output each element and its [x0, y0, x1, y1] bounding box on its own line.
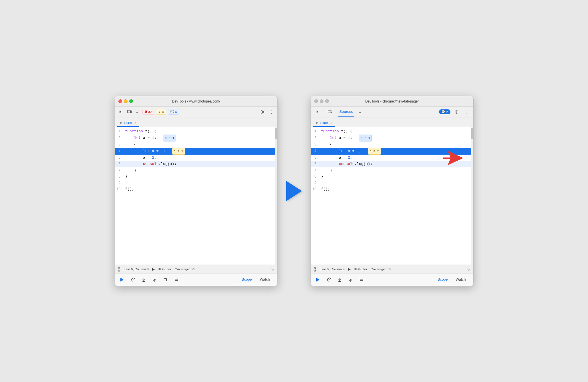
resume-icon[interactable] [118, 276, 126, 283]
right-tab-bar: ▶ inline ✕ [311, 117, 473, 127]
right-watch-tab[interactable]: Watch [452, 276, 470, 283]
warning-icon: ▲ [158, 110, 161, 114]
svg-marker-3 [121, 278, 124, 281]
step-into-icon[interactable] [140, 276, 148, 283]
maximize-button[interactable] [129, 99, 133, 103]
right-filter-icon[interactable]: ▽ [467, 267, 470, 271]
right-arrow-shape [286, 181, 302, 201]
right-scrollbar[interactable] [471, 127, 473, 265]
settings-icon[interactable] [259, 108, 267, 116]
right-toolbar-right: 💬 2 ⋮ [439, 108, 470, 116]
right-minimize-button[interactable] [320, 99, 323, 103]
right-scope-tab[interactable]: Scope [434, 276, 452, 283]
left-tab-close[interactable]: ✕ [134, 121, 136, 125]
right-step-into-icon[interactable] [336, 276, 343, 283]
left-debug-tabs: Scope Watch [238, 276, 274, 283]
info-count: 4 [175, 110, 177, 114]
right-step-out-icon[interactable] [347, 276, 354, 283]
right-more-options-icon[interactable]: ⋮ [462, 108, 470, 116]
right-code-line-7: 7 } [311, 167, 471, 174]
right-deactivate-icon[interactable] [358, 276, 365, 283]
right-line-col: Line 6, Column 9 [320, 267, 345, 271]
more-tabs-icon[interactable]: » [134, 109, 139, 115]
left-titlebar: DevTools - www.photopea.com/ [115, 96, 277, 107]
code-line-4: 4 let a = 3; a = 1 [115, 148, 275, 155]
cursor-icon[interactable] [117, 108, 125, 116]
left-code-editor: 1 function f() { 2 let a = 1; a = 1 3 { [115, 127, 275, 265]
right-debug-toolbar: Scope Watch [311, 273, 473, 286]
right-scrollbar-thumb[interactable] [471, 128, 473, 139]
warning-count: 4 [162, 110, 164, 114]
error-count: 37 [148, 110, 152, 114]
chat-icon: 💬 [441, 110, 445, 114]
badge-group: ✖ 37 ▲ 4 💬 4 [142, 109, 179, 115]
info-badge[interactable]: 💬 4 [168, 109, 179, 115]
run-separator: ▶ [152, 267, 155, 271]
left-line-col: Line 6, Column 9 [124, 267, 149, 271]
left-scope-tab[interactable]: Scope [238, 276, 256, 283]
left-window-title: DevTools - www.photopea.com/ [172, 99, 220, 103]
right-traffic-lights [314, 99, 329, 103]
right-coverage: Coverage: n/a [371, 267, 391, 271]
code-line-3: 3 { [115, 141, 275, 148]
deactivate-icon[interactable] [173, 276, 180, 283]
right-code-lines: 1 function f() { 2 let a = 1; a = 1 3 { [311, 127, 471, 194]
right-run-shortcut: ⌘+Enter [354, 267, 367, 271]
right-window-title: DevTools - chrome://new-tab-page/ [365, 99, 419, 103]
left-debug-toolbar: Scope Watch [115, 273, 277, 286]
left-watch-tab[interactable]: Watch [256, 276, 274, 283]
filter-icon[interactable]: ▽ [271, 267, 275, 271]
right-code-line-9: 9 [311, 180, 471, 186]
right-settings-icon[interactable] [453, 108, 460, 116]
transition-arrow [286, 181, 302, 201]
step-out-icon[interactable] [151, 276, 158, 283]
error-badge[interactable]: ✖ 37 [142, 109, 154, 115]
code-line-8: 8 } [115, 174, 275, 180]
right-code-line-2: 2 let a = 1; a = 1 [311, 135, 471, 141]
svg-marker-18 [317, 278, 319, 281]
warning-badge[interactable]: ▲ 4 [156, 109, 166, 115]
svg-rect-14 [328, 110, 331, 113]
left-run-shortcut: ⌘+Enter [158, 267, 171, 271]
right-code-line-10: 10 f(); [311, 186, 471, 192]
right-code-line-5: 5 a = 2; [311, 155, 471, 161]
left-scrollbar[interactable] [275, 127, 277, 265]
svg-rect-0 [128, 110, 130, 113]
right-inline-tab[interactable]: ▶ inline ✕ [313, 119, 335, 127]
error-icon: ✖ [145, 110, 147, 114]
more-options-icon[interactable]: ⋮ [268, 108, 275, 116]
right-maximize-button[interactable] [325, 99, 329, 103]
right-chat-badge[interactable]: 💬 2 [439, 109, 450, 114]
right-close-button[interactable] [314, 99, 318, 103]
right-code-line-6: 6 console.log(a); [311, 161, 471, 167]
right-cursor-icon[interactable] [314, 108, 322, 116]
device-icon[interactable] [126, 108, 133, 116]
right-tab-play-icon: ▶ [316, 121, 318, 125]
close-button[interactable] [118, 99, 122, 103]
right-resume-icon[interactable] [314, 276, 322, 283]
left-scrollbar-thumb[interactable] [275, 128, 277, 139]
right-editor-area: 1 function f() { 2 let a = 1; a = 1 3 { [311, 127, 473, 265]
code-line-1: 1 function f() { [115, 128, 275, 135]
right-format-icon[interactable]: {} [314, 267, 316, 271]
right-more-tabs[interactable]: » [359, 110, 361, 114]
right-code-line-1: 1 function f() { [311, 128, 471, 135]
step-over-icon[interactable] [129, 276, 137, 283]
right-titlebar: DevTools - chrome://new-tab-page/ [311, 96, 473, 107]
right-debug-tabs: Scope Watch [434, 276, 470, 283]
code-line-6: 6 console.log(a); [115, 161, 275, 167]
chat-count: 2 [446, 110, 448, 114]
left-status-bar: {} Line 6, Column 9 ▶ ⌘+Enter Coverage: … [115, 265, 277, 273]
format-icon[interactable]: {} [118, 267, 120, 271]
right-code-line-4: 4 let a = 3; a = 2 [311, 148, 471, 155]
left-inline-tab[interactable]: ▶ inline ✕ [117, 119, 139, 127]
right-step-over-icon[interactable] [325, 276, 333, 283]
step-icon[interactable] [162, 276, 169, 283]
right-tab-close[interactable]: ✕ [330, 121, 332, 125]
right-sources-tab[interactable]: Sources [338, 107, 354, 117]
minimize-button[interactable] [124, 99, 128, 103]
right-status-bar: {} Line 6, Column 9 ▶ ⌘+Enter Coverage: … [311, 265, 473, 273]
right-device-icon[interactable] [326, 108, 334, 116]
svg-rect-19 [316, 278, 317, 281]
info-icon: 💬 [170, 110, 174, 114]
